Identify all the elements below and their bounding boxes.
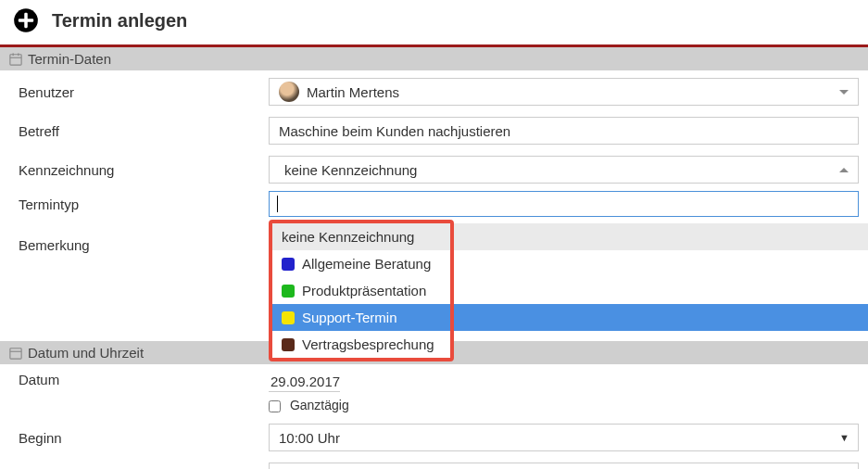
- clock-icon: [9, 347, 22, 360]
- label-beginn: Beginn: [19, 430, 269, 446]
- label-kennzeichnung: Kennzeichnung: [19, 162, 269, 178]
- bis-select[interactable]: 11:00 Uhr — 01'00 Std.: [269, 463, 859, 469]
- betreff-input[interactable]: [269, 117, 859, 145]
- row-kennzeichnung: Kennzeichnung keine Kennzeichnung: [19, 156, 859, 184]
- color-swatch-brown-icon: [282, 338, 295, 351]
- option-support-termin[interactable]: Support-Termin: [272, 304, 450, 331]
- color-swatch-green-icon: [282, 285, 295, 298]
- beginn-select[interactable]: 10:00 Uhr: [269, 424, 859, 451]
- benutzer-dropdown[interactable]: Martin Mertens: [269, 78, 859, 106]
- kennzeichnung-search-input[interactable]: [269, 191, 859, 217]
- label-ganztaegig: Ganztägig: [290, 398, 349, 412]
- datum-value[interactable]: 29.09.2017: [269, 372, 340, 392]
- option-allgemeine-beratung[interactable]: Allgemeine Beratung: [272, 250, 450, 277]
- color-swatch-yellow-icon: [282, 311, 295, 324]
- section-title-2: Datum und Uhrzeit: [28, 345, 144, 361]
- ganztaegig-checkbox[interactable]: [269, 400, 281, 412]
- row-bis: Bis (Dauer) 11:00 Uhr — 01'00 Std.: [19, 463, 859, 469]
- label-termintyp: Termintyp: [19, 196, 269, 212]
- color-swatch-blue-icon: [282, 258, 295, 271]
- row-benutzer: Benutzer Martin Mertens: [19, 78, 859, 106]
- chevron-up-icon: [839, 168, 849, 172]
- svg-rect-7: [10, 348, 21, 358]
- kennzeichnung-value: keine Kennzeichnung: [284, 162, 417, 178]
- label-benutzer: Benutzer: [19, 84, 269, 100]
- label-datum: Datum: [19, 372, 269, 387]
- avatar: [279, 82, 299, 102]
- svg-rect-5: [13, 53, 14, 56]
- label-betreff: Betreff: [19, 123, 269, 139]
- kennzeichnung-options-popup: keine Kennzeichnung Allgemeine Beratung …: [269, 220, 454, 361]
- option-vertragsbesprechung[interactable]: Vertragsbesprechung: [272, 331, 450, 358]
- add-icon: [13, 7, 39, 33]
- section-termin-daten: Termin-Daten: [0, 47, 868, 70]
- row-beginn: Beginn 10:00 Uhr: [19, 424, 859, 451]
- page-title: Termin anlegen: [52, 10, 187, 32]
- row-termintyp: Termintyp: [19, 191, 859, 217]
- calendar-icon: [9, 53, 22, 66]
- section-title: Termin-Daten: [28, 51, 111, 67]
- row-betreff: Betreff: [19, 117, 859, 145]
- chevron-down-icon: [839, 90, 849, 95]
- text-cursor: [277, 196, 278, 212]
- svg-rect-6: [18, 53, 19, 56]
- benutzer-value: Martin Mertens: [307, 84, 399, 100]
- option-none[interactable]: keine Kennzeichnung: [272, 223, 450, 250]
- kennzeichnung-dropdown[interactable]: keine Kennzeichnung: [269, 156, 859, 184]
- option-produktpraesentation[interactable]: Produktpräsentation: [272, 277, 450, 304]
- label-bemerkung: Bemerkung: [19, 221, 269, 253]
- row-datum: Datum 29.09.2017 Ganztägig: [19, 372, 859, 412]
- page-header: Termin anlegen: [0, 0, 868, 47]
- svg-rect-3: [10, 54, 21, 64]
- svg-rect-2: [19, 19, 33, 22]
